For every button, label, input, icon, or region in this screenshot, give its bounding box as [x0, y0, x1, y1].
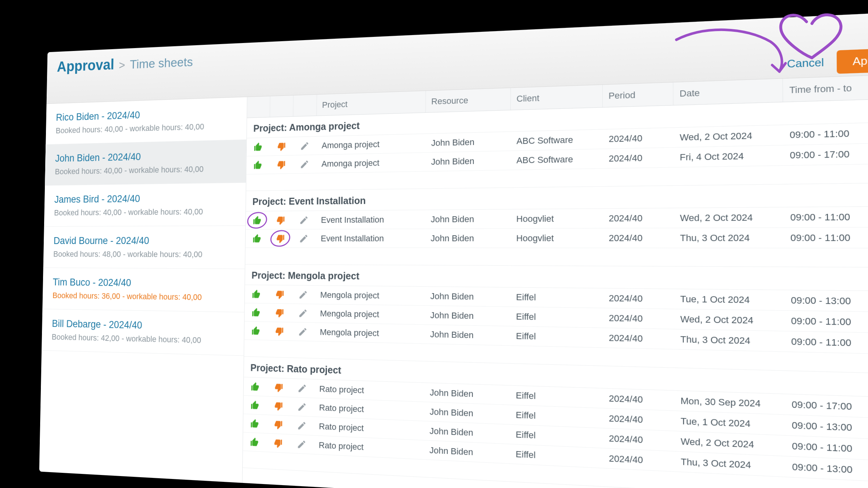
reject-row-icon[interactable]: [277, 141, 286, 151]
edit-row-icon[interactable]: [297, 402, 307, 412]
cell-resource: John Biden: [424, 421, 510, 444]
cell-client: ABC Software: [511, 149, 603, 170]
col-client-header: Client: [511, 85, 603, 110]
cell-resource: John Biden: [425, 306, 510, 326]
sidebar-item-info: Booked hours: 42,00 - workable hours: 40…: [52, 332, 233, 346]
cell-project: Event Installation: [315, 229, 425, 248]
reject-row-icon[interactable]: [273, 438, 283, 448]
cell-period: 2024/40: [603, 128, 674, 149]
page-title: Approval: [57, 56, 114, 75]
sidebar-item[interactable]: John Biden - 2024/40Booked hours: 40,00 …: [45, 140, 246, 186]
cell-date: Tue, 1 Oct 2024: [674, 289, 784, 311]
edit-row-icon[interactable]: [297, 383, 307, 394]
cancel-button[interactable]: Cancel: [787, 56, 824, 70]
sidebar-item-info: Booked hours: 40,00 - workable hours: 40…: [55, 164, 235, 176]
cell-project: Mengola project: [315, 304, 425, 325]
cell-date: Wed, 2 Oct 2024: [674, 309, 785, 331]
sidebar-item-info: Booked hours: 36,00 - workable hours: 40…: [52, 291, 234, 303]
cell-time: 09:00 - 17:00: [785, 394, 868, 418]
cell-resource: John Biden: [425, 325, 510, 346]
cell-time: 09:00 - 11:00: [783, 123, 868, 145]
cell-project: Mengola project: [315, 286, 425, 305]
sidebar-item-info: Booked hours: 48,00 - workable hours: 40…: [53, 249, 234, 260]
cell-period: 2024/40: [603, 408, 675, 431]
sidebar-item[interactable]: Tim Buco - 2024/40Booked hours: 36,00 - …: [42, 268, 245, 312]
sidebar-item-name: James Bird - 2024/40: [54, 192, 235, 205]
cell-period: 2024/40: [603, 288, 674, 309]
approve-row-icon[interactable]: [254, 142, 263, 152]
cell-period: 2024/40: [603, 147, 674, 168]
approve-row-icon[interactable]: [251, 307, 261, 317]
reject-row-icon[interactable]: [276, 215, 285, 225]
sidebar-item[interactable]: James Bird - 2024/40Booked hours: 40,00 …: [44, 183, 246, 227]
reject-row-icon[interactable]: [275, 326, 284, 336]
cell-resource: John Biden: [425, 229, 510, 248]
cell-client: Eiffel: [510, 425, 603, 448]
sidebar-item[interactable]: Bill Debarge - 2024/40Booked hours: 42,0…: [42, 309, 244, 356]
reject-row-icon[interactable]: [276, 234, 285, 243]
approval-window: Approval > Time sheets Cancel Approve Ri…: [39, 11, 868, 488]
approve-row-icon[interactable]: [253, 160, 263, 170]
cell-period: 2024/40: [603, 428, 675, 451]
cell-period: 2024/40: [603, 389, 675, 411]
cell-client: Eiffel: [510, 326, 603, 347]
cell-time: 09:00 - 13:00: [784, 290, 868, 312]
cell-date: Mon, 30 Sep 2024: [675, 391, 786, 415]
cell-project: Amonga project: [316, 153, 426, 173]
sidebar-item[interactable]: David Bourne - 2024/40Booked hours: 48,0…: [43, 226, 246, 269]
cell-period: 2024/40: [603, 448, 675, 471]
cell-time: 09:00 - 11:00: [784, 207, 868, 227]
reject-row-icon[interactable]: [274, 382, 284, 393]
cell-date: Thu, 3 Oct 2024: [674, 329, 785, 351]
cell-client: Hoogvliet: [511, 228, 603, 248]
cell-project: Event Installation: [316, 210, 425, 229]
cell-period: 2024/40: [603, 308, 674, 329]
edit-row-icon[interactable]: [298, 308, 308, 318]
sidebar-item-name: John Biden - 2024/40: [55, 149, 235, 164]
sidebar-item-name: Bill Debarge - 2024/40: [52, 318, 233, 333]
sidebar-item-info: Booked hours: 40,00 - workable hours: 40…: [56, 121, 236, 136]
edit-row-icon[interactable]: [300, 141, 310, 151]
edit-row-icon[interactable]: [298, 326, 308, 337]
approve-row-icon[interactable]: [250, 418, 259, 429]
cell-resource: John Biden: [424, 402, 510, 424]
approve-button[interactable]: Approve: [837, 47, 868, 74]
reject-row-icon[interactable]: [276, 159, 286, 170]
sidebar-item-name: David Bourne - 2024/40: [54, 235, 235, 247]
reject-row-icon[interactable]: [273, 419, 283, 430]
table-row: Event InstallationJohn BidenHoogvliet202…: [246, 227, 868, 248]
edit-row-icon[interactable]: [300, 159, 310, 169]
approve-row-icon[interactable]: [250, 400, 260, 410]
edit-row-icon[interactable]: [297, 420, 307, 431]
cell-client: Eiffel: [510, 405, 603, 428]
edit-row-icon[interactable]: [297, 439, 306, 449]
sidebar-item[interactable]: Rico Biden - 2024/40Booked hours: 40,00 …: [46, 97, 247, 145]
cell-project: Mengola project: [315, 323, 425, 343]
cell-resource: John Biden: [424, 383, 510, 404]
edit-row-icon[interactable]: [298, 290, 308, 300]
sidebar: Rico Biden - 2024/40Booked hours: 40,00 …: [39, 97, 247, 483]
cell-date: Wed, 2 Oct 2024: [673, 125, 783, 147]
cell-project: Amonga project: [316, 134, 426, 154]
cell-resource: John Biden: [425, 287, 510, 307]
approve-row-icon[interactable]: [252, 234, 262, 243]
col-project-header: Project: [317, 91, 426, 115]
edit-row-icon[interactable]: [299, 215, 309, 225]
approve-row-icon[interactable]: [252, 289, 261, 299]
cell-resource: John Biden: [426, 132, 511, 153]
cell-client: ABC Software: [511, 129, 603, 150]
cell-client: Eiffel: [510, 287, 603, 308]
timesheet-table: Project Resource Client Period Date Time…: [242, 74, 868, 488]
cell-client: Hoogvliet: [511, 209, 603, 228]
approve-row-icon[interactable]: [250, 437, 259, 447]
reject-row-icon[interactable]: [273, 401, 283, 411]
reject-row-icon[interactable]: [275, 289, 285, 299]
cell-client: Eiffel: [510, 386, 603, 408]
col-resource-header: Resource: [426, 88, 511, 112]
edit-row-icon[interactable]: [299, 234, 309, 244]
approve-row-icon[interactable]: [251, 326, 261, 336]
approve-row-icon[interactable]: [251, 381, 260, 391]
reject-row-icon[interactable]: [275, 308, 284, 318]
cell-period: 2024/40: [603, 328, 675, 349]
approve-row-icon[interactable]: [252, 215, 262, 225]
